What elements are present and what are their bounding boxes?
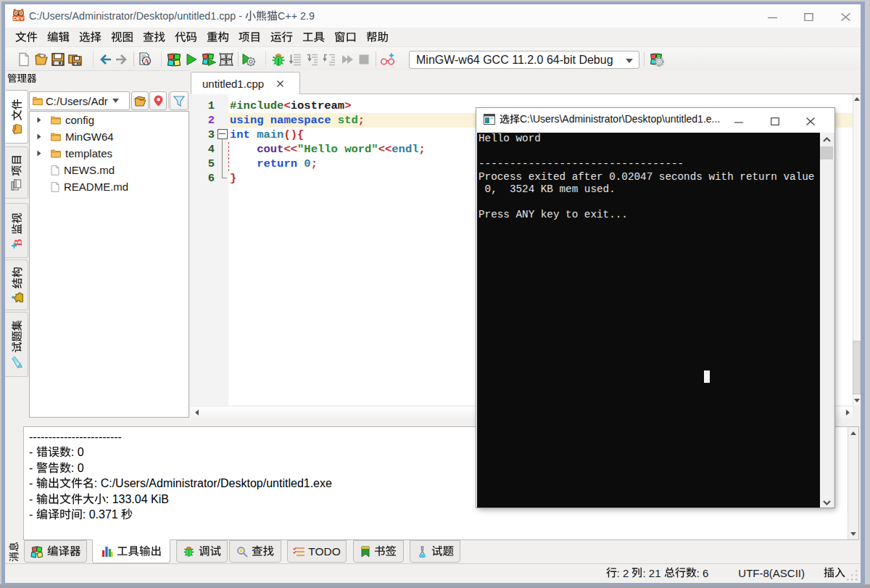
svg-text:DEV: DEV [13, 16, 24, 21]
svg-text:A: A [144, 57, 149, 65]
